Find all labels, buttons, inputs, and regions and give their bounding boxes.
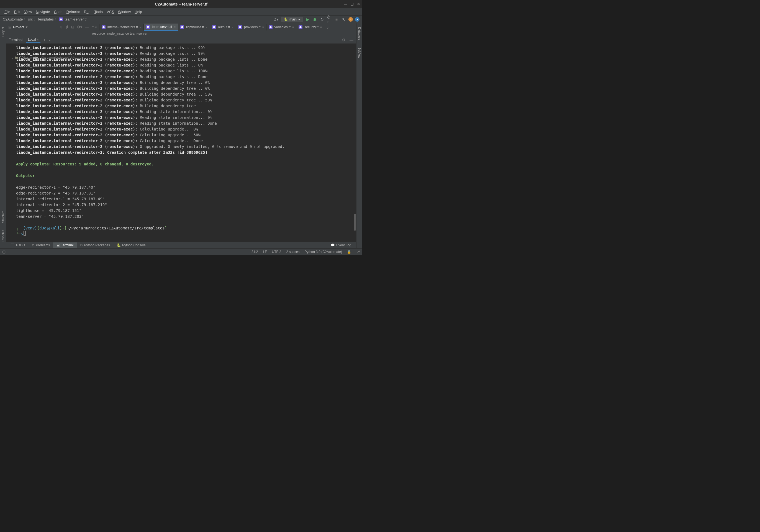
tab-team-server[interactable]: ⬢team-server.tf× <box>144 24 178 31</box>
profile-icon[interactable]: ⏱▾ <box>327 17 332 22</box>
menu-edit[interactable]: Edit <box>13 9 22 15</box>
close-icon[interactable]: × <box>320 25 322 29</box>
locate-icon[interactable]: ⊕ <box>60 25 63 29</box>
add-terminal-icon[interactable]: + <box>43 38 45 42</box>
tab-output[interactable]: ⬢output.tf× <box>210 24 236 30</box>
menu-code[interactable]: Code <box>52 9 64 15</box>
project-tree-root[interactable]: ⌄ C2Automate ~/PycharmProjects/C2Au <box>11 56 76 60</box>
breadcrumb-root[interactable]: C2Automate <box>3 17 23 21</box>
close-icon[interactable]: × <box>95 25 97 29</box>
status-indent[interactable]: 2 spaces <box>286 250 300 254</box>
terminal-line: linode_instance.internal-redirector-2 (r… <box>16 62 354 68</box>
side-structure[interactable]: Structure <box>1 208 5 225</box>
tab-security[interactable]: ⬢security.tf× <box>296 24 324 30</box>
project-root-path: ~/PycharmProjects/C2Au <box>39 56 76 60</box>
branch-icon[interactable]: ⎇ <box>356 250 360 254</box>
terminal-output-line: internal-redirector-2 = "45.79.187.219" <box>16 202 354 208</box>
stop-icon[interactable]: ■ <box>334 17 339 22</box>
menu-vcs[interactable]: VCS <box>105 9 116 15</box>
maximize-icon[interactable]: ◻ <box>351 2 354 6</box>
terminal-prompt-cursor[interactable]: └─$ <box>16 231 354 237</box>
hide-icon[interactable]: — <box>85 25 89 29</box>
terminal-output-line: team-server = "45.79.187.203" <box>16 214 354 219</box>
menu-view[interactable]: View <box>23 9 33 15</box>
btab-python-console[interactable]: 🐍Python Console <box>113 242 149 248</box>
breadcrumb-file[interactable]: team-server.tf <box>65 17 86 21</box>
close-icon[interactable]: × <box>174 25 175 28</box>
breadcrumb-sep: 〉 <box>24 17 27 22</box>
close-icon[interactable]: × <box>140 25 141 29</box>
btab-terminal[interactable]: ▣Terminal <box>53 242 77 248</box>
btab-todo[interactable]: ☰TODO <box>8 242 28 248</box>
breadcrumb-src[interactable]: src <box>28 17 33 21</box>
collapse-icon[interactable]: ⊟ <box>71 25 74 29</box>
folder-icon <box>15 56 18 60</box>
hide-icon[interactable]: — <box>350 38 354 42</box>
menu-run[interactable]: Run <box>82 9 92 15</box>
terminal-output-line: edge-redirector-2 = "45.79.187.81" <box>16 190 354 196</box>
update-icon[interactable]: ↑ <box>349 17 353 22</box>
project-tool-label[interactable]: Project <box>13 25 24 29</box>
terminal-prompt: ┌──(venv)(d3d㉿kali)-[~/PycharmProjects/C… <box>16 225 354 231</box>
menu-help[interactable]: Help <box>133 9 144 15</box>
tab-lighthouse[interactable]: ⬢lighthouse.tf× <box>178 24 210 30</box>
expand-icon[interactable]: ⇵ <box>65 25 69 29</box>
side-project[interactable]: Project <box>1 25 5 39</box>
tool-windows-icon[interactable]: ▢ <box>2 250 6 254</box>
status-eol[interactable]: LF <box>263 250 267 254</box>
tab-f[interactable]: f× <box>90 24 99 30</box>
tab-providers[interactable]: ⬢providers.tf× <box>236 24 266 30</box>
close-icon[interactable]: ✕ <box>357 2 360 6</box>
search-icon[interactable] <box>341 17 346 22</box>
event-log-button[interactable]: 💬Event Log <box>327 242 355 248</box>
coverage-icon[interactable]: ↻ <box>320 17 325 22</box>
terminal-body[interactable]: linode_instance.internal-redirector-2 (r… <box>6 44 356 242</box>
side-database[interactable]: Database <box>357 25 362 42</box>
status-interpreter[interactable]: Python 3.9 (C2Automate) <box>305 250 342 254</box>
close-icon[interactable]: × <box>292 25 294 29</box>
close-icon[interactable]: × <box>37 38 38 41</box>
minimize-icon[interactable]: — <box>344 2 347 6</box>
breadcrumb-templates[interactable]: templates <box>38 17 54 21</box>
status-encoding[interactable]: UTF-8 <box>272 250 281 254</box>
project-root-name: C2Automate <box>20 56 38 60</box>
window-title: C2Automate – team-server.tf <box>155 2 208 6</box>
user-icon[interactable]: ▾ <box>274 17 279 22</box>
chevron-down-icon[interactable]: ▾ <box>26 25 28 29</box>
menu-window[interactable]: Window <box>116 9 132 15</box>
run-icon[interactable]: ▶ <box>305 17 310 22</box>
gear-icon[interactable]: ⚙ <box>342 38 346 42</box>
menu-refactor[interactable]: Refactor <box>65 9 82 15</box>
btab-python-packages[interactable]: ⧉Python Packages <box>77 242 113 248</box>
ide-features-icon[interactable]: ▸ <box>355 17 359 22</box>
window-controls: — ◻ ✕ <box>344 2 360 6</box>
menu-navigate[interactable]: Navigate <box>34 9 52 15</box>
scrollbar[interactable] <box>353 44 356 242</box>
status-caret[interactable]: 31:2 <box>252 250 258 254</box>
menu-file[interactable]: File <box>3 9 12 15</box>
btab-problems[interactable]: ⊘Problems <box>28 242 53 248</box>
tab-variables[interactable]: ⬢variables.tf× <box>266 24 296 30</box>
lock-icon[interactable]: 🔒 <box>347 250 351 254</box>
close-icon[interactable]: × <box>232 25 233 29</box>
terminal-panel: Terminal: Local × + ⌄ ⚙ — linode_instanc… <box>6 36 356 242</box>
run-config-selector[interactable]: 🐍 main ▾ <box>281 17 303 22</box>
terminal-output-line: edge-redirector-1 = "45.79.187.40" <box>16 184 354 190</box>
terminal-dropdown-icon[interactable]: ⌄ <box>48 38 51 42</box>
python-icon: 🐍 <box>117 243 121 247</box>
editor-breadcrumb-text[interactable]: resource linode_instance team-server <box>92 31 148 35</box>
menu-tools[interactable]: Tools <box>93 9 104 15</box>
terminal-line: linode_instance.internal-redirector-2 (r… <box>16 97 354 103</box>
python-icon: 🐍 <box>284 18 288 21</box>
terraform-icon: ⬢ <box>269 25 272 29</box>
terminal-tab-local[interactable]: Local × <box>26 37 40 43</box>
tab-internal-redirectors[interactable]: ⬢internal-redirectors.tf× <box>99 24 144 30</box>
close-icon[interactable]: × <box>206 25 208 29</box>
close-icon[interactable]: × <box>262 25 264 29</box>
debug-icon[interactable] <box>312 17 317 22</box>
side-sciview[interactable]: SciView <box>357 45 362 60</box>
terminal-output-line: internal-redirector-1 = "45.79.187.49" <box>16 196 354 202</box>
gear-icon[interactable]: ⚙▾ <box>77 25 82 29</box>
side-favorites[interactable]: Favorites <box>1 227 5 244</box>
tabs-overflow-icon[interactable]: ⌄ <box>326 25 329 29</box>
